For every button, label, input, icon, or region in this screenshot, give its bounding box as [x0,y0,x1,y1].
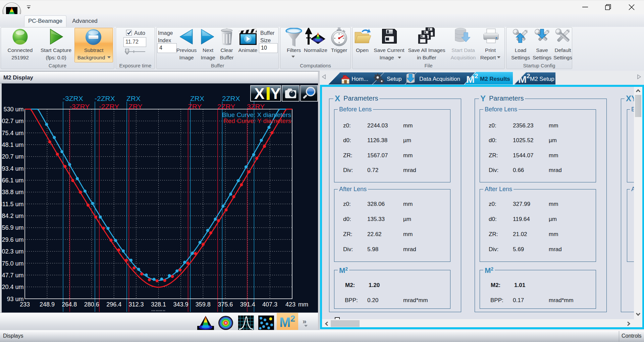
svg-text:120.4 um: 120.4 um [2,284,24,290]
svg-text:2: 2 [290,315,295,323]
svg-text:343.9: 343.9 [173,301,188,308]
svg-text:Data Acquisition: Data Acquisition [419,76,460,82]
svg-text:3ZRY: 3ZRY [247,103,265,110]
svg-text:296.4: 296.4 [106,301,121,308]
svg-text:X: X [254,85,265,102]
svg-text:Hom...: Hom... [352,76,368,82]
svg-text:M: M [518,74,527,85]
svg-text:M2 Setup: M2 Setup [530,76,554,82]
svg-text:311.5 um: 311.5 um [2,201,24,208]
svg-text:391.4: 391.4 [240,301,255,308]
svg-text:-3ZRY: -3ZRY [69,103,90,110]
svg-text:-2ZRX: -2ZRX [95,95,115,102]
svg-text:147.7 um: 147.7 um [2,272,24,279]
svg-text:393.4 um: 393.4 um [2,165,24,172]
svg-text:366.1 um: 366.1 um [2,177,24,184]
svg-text:ZRX: ZRX [190,95,204,102]
svg-text:mm: mm [298,301,308,308]
svg-text:2ZRY: 2ZRY [217,103,235,110]
svg-text:229.6 um: 229.6 um [2,236,24,243]
svg-text:407.3: 407.3 [262,301,277,308]
svg-text:2: 2 [527,72,530,79]
svg-text:ZRX: ZRX [126,95,141,102]
svg-text:-3ZRX: -3ZRX [63,95,83,102]
svg-text:420.7 um: 420.7 um [2,153,24,160]
svg-text:423: 423 [285,301,296,308]
svg-text:2ZRX: 2ZRX [222,95,240,102]
svg-text:2: 2 [475,72,478,79]
svg-text:264.8: 264.8 [62,301,77,308]
svg-text:-2ZRY: -2ZRY [99,103,119,110]
svg-text:338.8 um: 338.8 um [2,189,24,195]
svg-text:328.1: 328.1 [151,301,166,308]
svg-text:M: M [279,315,290,328]
svg-text:248.9: 248.9 [40,301,55,308]
svg-text:530 um: 530 um [3,106,23,113]
svg-text:ZRY: ZRY [188,103,202,110]
svg-text:ZRY: ZRY [128,103,143,110]
svg-text:233: 233 [20,301,30,308]
svg-text:312.3: 312.3 [129,301,144,308]
svg-text:202.3 um: 202.3 um [2,248,24,255]
svg-text:475.4 um: 475.4 um [2,130,24,136]
svg-text:Red Curve: Y diameters: Red Curve: Y diameters [223,117,291,124]
svg-text:M2 Results: M2 Results [480,76,510,82]
svg-text:M: M [466,74,475,85]
svg-text:359.8: 359.8 [196,301,211,308]
svg-text:256.9 um: 256.9 um [2,224,24,231]
svg-text:448.1 um: 448.1 um [2,141,24,148]
svg-text:175.0 um: 175.0 um [2,260,24,267]
svg-text:284.2 um: 284.2 um [2,213,24,219]
svg-text:502.7 um: 502.7 um [2,118,24,124]
svg-text:Y: Y [270,85,281,102]
svg-text:280.6: 280.6 [84,301,99,308]
svg-text:375.6: 375.6 [218,301,233,308]
svg-text:Setup: Setup [387,76,401,82]
